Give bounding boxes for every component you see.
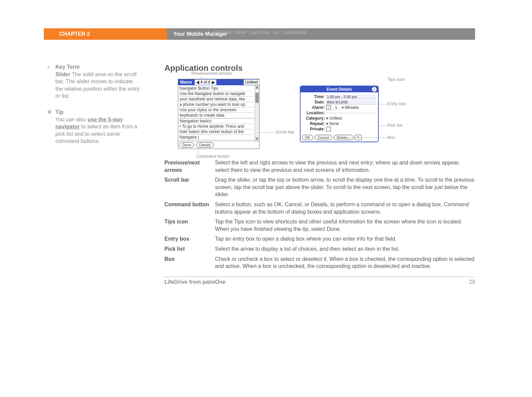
definition-row: Entry box Tap an entry box to open a dia… [164, 235, 475, 243]
callout-prevnext: Previous/next arrows [191, 71, 232, 76]
definition-row: Previous/next arrows Select the left and… [164, 159, 475, 174]
definition-row: Command button Select a button, such as … [164, 201, 475, 215]
confidential-header: SECOND DRAFT palmOne, Inc. Confidential [212, 30, 306, 35]
private-label: Private: [303, 127, 325, 131]
definition-desc: Select the left and right arrows to view… [215, 159, 475, 174]
keyterm-icon: » [47, 63, 54, 71]
memo-title: Memo [178, 80, 194, 85]
keyterm-term: Slider [55, 71, 70, 77]
tip-before: You can also [55, 117, 87, 122]
date-label: Date: [303, 100, 325, 104]
repeat-label: Repeat: [303, 121, 325, 126]
sidebar-tip: ✱ Tip You can also use the 5-way navigat… [47, 109, 154, 145]
definition-term: Entry box [164, 235, 215, 243]
memo-line: a phone number you want to look up. [180, 102, 253, 108]
memo-line: Navigation basics: [180, 119, 253, 124]
definitions-list: Previous/next arrows Select the left and… [164, 159, 475, 270]
repeat-pick[interactable]: None [326, 121, 339, 126]
memo-scrollbar[interactable]: ▲ ▼ [255, 85, 259, 141]
scroll-down-arrow-icon[interactable]: ▼ [255, 137, 259, 141]
memo-done-button[interactable]: Done [179, 142, 194, 148]
memo-line: Use your stylus or the onscreen [180, 108, 253, 113]
memo-line: Navigator.) [180, 135, 253, 140]
definition-term: Pick list [164, 245, 215, 253]
memo-text-area[interactable]: Navigator Button Tips Use the Navigator … [178, 85, 255, 141]
alarm-unit-pick[interactable]: Minutes [342, 105, 359, 110]
event-ok-button[interactable]: OK [302, 135, 313, 140]
definition-desc: Tap an entry box to open a dialog box wh… [215, 235, 475, 243]
time-entry[interactable]: 1:00 pm - 2:00 pm [326, 95, 376, 99]
category-label: Category: [303, 116, 325, 121]
tip-icon: ✱ [47, 109, 54, 116]
memo-line: keyboards to create data. [180, 113, 253, 118]
memo-line: hold Select (the center button of the [180, 129, 253, 135]
sidebar-keyterm: » Key Term Slider The solid area on the … [47, 63, 154, 100]
definition-term: Scroll bar [164, 176, 215, 198]
scroll-thumb[interactable] [255, 93, 259, 103]
footer-product: LifeDrive from palmOne [164, 279, 225, 285]
callout-box: Box [387, 135, 395, 140]
category-pick[interactable]: Unfiled [326, 116, 342, 121]
memo-line: • To go to Home anytime: Press and [180, 124, 253, 129]
private-checkbox[interactable] [326, 127, 331, 131]
event-title: Event Details [326, 87, 352, 92]
definition-desc: Drag the slider, or tap the top or botto… [215, 176, 475, 198]
alarm-checkbox[interactable]: ✓ [326, 105, 331, 110]
memo-line: Use the Navigator button to navigate [180, 91, 253, 97]
definition-row: Scroll bar Drag the slider, or tap the t… [164, 176, 475, 198]
definition-desc: Select the arrow to display a list of ch… [215, 245, 475, 253]
callout-commandbtn: Command button [196, 154, 230, 159]
alarm-value[interactable]: 5 [332, 105, 340, 110]
definition-row: Box Check or uncheck a box to select or … [164, 255, 475, 270]
chapter-label: CHAPTER 2 [44, 28, 167, 40]
event-figure: Tips icon Event Details i Time: 1:00 pm … [300, 86, 379, 149]
memo-line: your handheld and retrieve data, like [180, 97, 253, 102]
memo-details-button[interactable]: Details [196, 142, 214, 148]
alarm-label: Alarm: [303, 105, 325, 110]
event-titlebar: Event Details i [301, 86, 378, 92]
tips-icon[interactable]: i [372, 87, 377, 92]
keyterm-heading: Key Term [55, 64, 80, 70]
location-label: Location: [303, 111, 325, 115]
definition-term: Box [164, 255, 215, 270]
page-number: 29 [469, 279, 475, 285]
memo-figure: Previous/next arrows Memo ◀ 4 of 6 ▶ Unf… [178, 79, 259, 149]
tip-heading: Tip [55, 109, 63, 115]
callout-tipsicon: Tips icon [387, 77, 405, 82]
definition-row: Pick list Select the arrow to display a … [164, 245, 475, 253]
definition-desc: Select a button, such as OK, Cancel, or … [215, 201, 475, 215]
location-entry[interactable] [326, 113, 376, 113]
definition-desc: Tap the Tips icon to view shortcuts and … [215, 218, 475, 233]
event-cancel-button[interactable]: Cancel [315, 135, 332, 140]
scroll-track[interactable] [255, 89, 259, 137]
definition-term: Previous/next arrows [164, 159, 215, 174]
definition-desc: Check or uncheck a box to select or dese… [215, 255, 475, 270]
definition-term: Tips icon [164, 218, 215, 233]
definition-term: Command button [164, 201, 215, 215]
definition-row: Tips icon Tap the Tips icon to view shor… [164, 218, 475, 233]
time-label: Time: [303, 94, 325, 99]
date-entry[interactable]: Wed 9/13/06 [326, 100, 376, 104]
